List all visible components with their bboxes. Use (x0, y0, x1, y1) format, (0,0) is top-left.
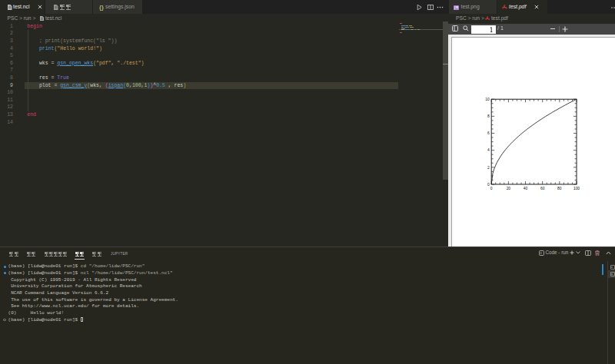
svg-text:4: 4 (487, 148, 490, 152)
svg-text:2: 2 (487, 166, 490, 170)
svg-text:8: 8 (487, 114, 490, 118)
svg-text:20: 20 (507, 187, 511, 190)
svg-text:0: 0 (490, 187, 493, 190)
svg-text:0: 0 (487, 183, 490, 187)
svg-text:80: 80 (557, 187, 562, 190)
svg-text:6: 6 (487, 131, 490, 135)
svg-text:40: 40 (524, 187, 528, 190)
svg-text:60: 60 (540, 187, 545, 190)
svg-text:100: 100 (573, 187, 580, 190)
svg-text:10: 10 (485, 98, 490, 101)
